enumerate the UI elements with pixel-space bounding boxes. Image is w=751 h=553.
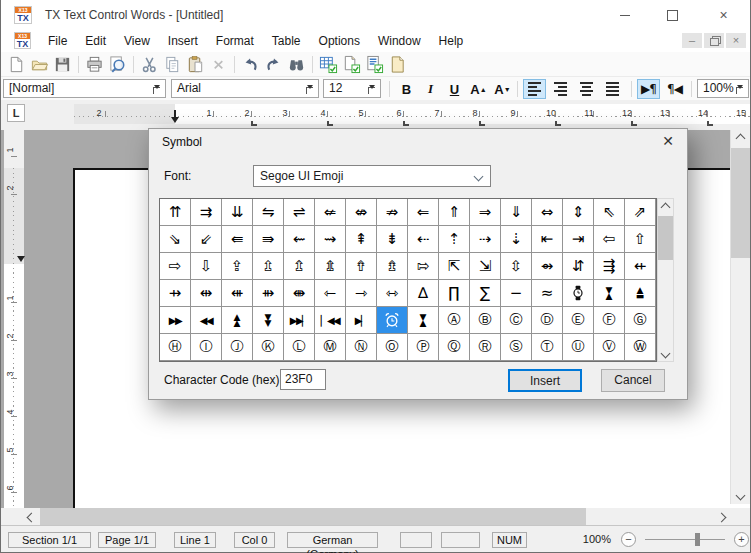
symbol-cell[interactable]: ∆ — [408, 280, 439, 307]
symbol-cell[interactable]: ⇬ — [284, 253, 315, 280]
symbol-cell[interactable]: ⇹ — [191, 280, 222, 307]
print-button[interactable] — [83, 53, 106, 75]
scroll-up-button[interactable] — [731, 130, 750, 147]
symbol-cell[interactable]: ▼▲ — [408, 307, 439, 334]
insert-table-check-button[interactable] — [317, 53, 340, 75]
open-document-button[interactable] — [28, 53, 51, 75]
symbol-cell[interactable]: ⇱ — [439, 253, 470, 280]
grid-scroll-up-button[interactable] — [658, 199, 673, 215]
find-button[interactable] — [285, 53, 308, 75]
align-left-button[interactable] — [523, 79, 546, 99]
symbol-cell[interactable]: ⇥ — [563, 226, 594, 253]
symbol-cell[interactable]: Ⓟ — [408, 334, 439, 361]
symbol-cell[interactable]: ⇒ — [470, 199, 501, 226]
symbol-cell[interactable]: ⇵ — [563, 253, 594, 280]
symbol-cell[interactable]: ⇋ — [253, 199, 284, 226]
symbol-cell[interactable]: ⇪ — [222, 253, 253, 280]
symbol-cell[interactable]: ⇨ — [160, 253, 191, 280]
symbol-cell[interactable]: ◀◀ — [191, 307, 222, 334]
symbol-cell[interactable]: ⇷ — [625, 253, 656, 280]
symbol-grid-scrollbar[interactable] — [657, 198, 674, 362]
symbol-cell[interactable]: ⇼ — [284, 280, 315, 307]
tab-stop-marker[interactable] — [251, 121, 257, 126]
symbol-cell[interactable]: ⇊ — [222, 199, 253, 226]
vertical-ruler[interactable]: 21123456 — [4, 130, 24, 508]
horizontal-scrollbar[interactable] — [22, 508, 730, 526]
symbol-font-combo[interactable]: Segoe UI Emoji — [253, 165, 491, 187]
symbol-cell[interactable]: Ⓝ — [346, 334, 377, 361]
insert-button[interactable]: Insert — [508, 369, 582, 392]
symbol-cell[interactable]: ⇣ — [501, 226, 532, 253]
symbol-cell[interactable]: Ⓑ — [470, 307, 501, 334]
save-document-button[interactable] — [51, 53, 74, 75]
symbol-cell[interactable]: ⇐ — [408, 199, 439, 226]
symbol-cell[interactable]: − — [501, 280, 532, 307]
document-icon[interactable]: X13TX — [14, 32, 31, 49]
symbol-cell[interactable]: Ⓦ — [625, 334, 656, 361]
scroll-down-button[interactable] — [731, 487, 750, 504]
symbol-cell[interactable]: Ⓔ — [563, 307, 594, 334]
symbol-cell[interactable]: Ⓒ — [501, 307, 532, 334]
print-preview-button[interactable] — [106, 53, 129, 75]
cut-button[interactable] — [138, 53, 161, 75]
symbol-cell[interactable]: ⇏ — [377, 199, 408, 226]
symbol-cell[interactable]: ⇕ — [563, 199, 594, 226]
symbol-cell[interactable]: Ⓤ — [563, 334, 594, 361]
symbol-cell[interactable]: ⇸ — [160, 280, 191, 307]
symbol-cell[interactable]: Ⓕ — [594, 307, 625, 334]
symbol-cell[interactable]: Ⓡ — [470, 334, 501, 361]
symbol-cell[interactable]: ⇧ — [625, 226, 656, 253]
symbol-cell[interactable]: ⇫ — [253, 253, 284, 280]
symbol-cell[interactable]: Ⓗ — [160, 334, 191, 361]
zoom-in-button[interactable]: + — [734, 532, 749, 547]
symbol-cell[interactable]: Ⓖ — [625, 307, 656, 334]
symbol-cell[interactable]: Ⓙ — [222, 334, 253, 361]
symbol-cell[interactable]: ⇭ — [315, 253, 346, 280]
grid-scrollbar-thumb[interactable] — [658, 216, 673, 260]
symbol-cell[interactable]: ⇯ — [377, 253, 408, 280]
grid-scroll-down-button[interactable] — [658, 345, 673, 361]
horizontal-scrollbar-thumb[interactable] — [40, 508, 586, 526]
vertical-scrollbar[interactable] — [730, 130, 750, 504]
zoom-combo[interactable]: 100% — [697, 79, 749, 98]
symbol-cell[interactable]: ⇜ — [284, 226, 315, 253]
symbol-cell[interactable]: ⇑ — [439, 199, 470, 226]
tab-stop-marker[interactable] — [707, 121, 713, 126]
horizontal-ruler[interactable]: 21123456789101112131415 — [74, 104, 750, 124]
symbol-cell[interactable]: ▼▲ — [594, 280, 625, 307]
copy-button[interactable] — [161, 53, 184, 75]
scroll-right-button[interactable] — [712, 508, 730, 526]
insert-page-check-button[interactable] — [340, 53, 363, 75]
tab-alignment-selector[interactable]: L — [7, 104, 25, 122]
symbol-cell[interactable]: ⇻ — [253, 280, 284, 307]
symbol-cell[interactable]: ⇈ — [160, 199, 191, 226]
symbol-cell[interactable]: ⇔ — [532, 199, 563, 226]
symbol-cell[interactable]: ⇎ — [346, 199, 377, 226]
symbol-cell[interactable]: ⇽ — [315, 280, 346, 307]
mdi-restore-button[interactable] — [704, 33, 724, 48]
new-document-button[interactable] — [5, 53, 28, 75]
menu-item-view[interactable]: View — [115, 30, 159, 52]
zoom-slider-track[interactable] — [645, 539, 725, 540]
symbol-cell[interactable]: ⇤ — [532, 226, 563, 253]
symbol-cell[interactable]: ⇴ — [532, 253, 563, 280]
bold-button[interactable]: B — [395, 79, 418, 99]
menu-item-format[interactable]: Format — [207, 30, 263, 52]
symbol-cell[interactable]: ▶▶▏ — [284, 307, 315, 334]
symbol-cell[interactable]: ⇙ — [191, 226, 222, 253]
tab-stop-marker[interactable] — [327, 121, 333, 126]
symbol-cell[interactable]: ⇰ — [408, 253, 439, 280]
align-justify-button[interactable] — [601, 79, 624, 99]
paste-button[interactable] — [184, 53, 207, 75]
symbol-cell[interactable]: ⇶ — [594, 253, 625, 280]
mdi-minimize-button[interactable]: – — [682, 33, 702, 48]
symbol-cell[interactable]: ⇡ — [439, 226, 470, 253]
symbol-cell[interactable]: ▲▲ — [222, 307, 253, 334]
shrink-font-button[interactable]: A▼ — [491, 79, 514, 99]
menu-item-insert[interactable]: Insert — [159, 30, 207, 52]
symbol-cell[interactable]: ∏ — [439, 280, 470, 307]
symbol-cell[interactable]: Ⓠ — [439, 334, 470, 361]
underline-button[interactable]: U — [443, 79, 466, 99]
symbol-cell[interactable]: Ⓥ — [594, 334, 625, 361]
tab-stop-marker[interactable] — [555, 121, 561, 126]
